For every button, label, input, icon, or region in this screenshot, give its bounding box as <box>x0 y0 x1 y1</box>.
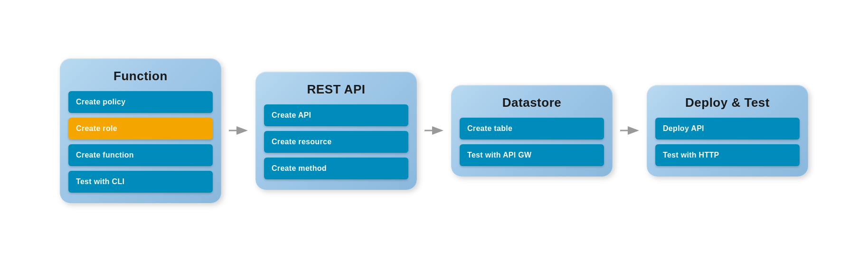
datastore-btn-list: Create table Test with API GW <box>460 118 604 166</box>
rest-api-btn-list: Create API Create resource Create method <box>264 104 408 179</box>
create-function-btn[interactable]: Create function <box>68 144 213 166</box>
arrow-3 <box>613 118 647 143</box>
arrow-2 <box>417 118 451 143</box>
deploy-test-btn-list: Deploy API Test with HTTP <box>655 118 800 166</box>
create-method-btn[interactable]: Create method <box>264 158 408 179</box>
deploy-test-panel-title: Deploy & Test <box>655 95 800 110</box>
function-panel: Function Create policy Create role Creat… <box>60 58 221 203</box>
function-btn-list: Create policy Create role Create functio… <box>68 91 213 193</box>
function-panel-title: Function <box>68 69 213 84</box>
test-api-gw-btn[interactable]: Test with API GW <box>460 144 604 166</box>
create-policy-btn[interactable]: Create policy <box>68 91 213 113</box>
datastore-panel-title: Datastore <box>460 95 604 110</box>
deploy-test-panel: Deploy & Test Deploy API Test with HTTP <box>647 85 808 177</box>
rest-api-panel: REST API Create API Create resource Crea… <box>255 72 417 190</box>
arrow-1 <box>221 118 255 143</box>
create-resource-btn[interactable]: Create resource <box>264 131 408 153</box>
create-api-btn[interactable]: Create API <box>264 104 408 126</box>
rest-api-panel-title: REST API <box>264 82 408 97</box>
test-http-btn[interactable]: Test with HTTP <box>655 144 800 166</box>
create-role-btn[interactable]: Create role <box>68 118 213 140</box>
diagram-container: Function Create policy Create role Creat… <box>0 0 868 261</box>
test-cli-btn[interactable]: Test with CLI <box>68 171 213 193</box>
datastore-panel: Datastore Create table Test with API GW <box>451 85 613 177</box>
create-table-btn[interactable]: Create table <box>460 118 604 140</box>
deploy-api-btn[interactable]: Deploy API <box>655 118 800 140</box>
